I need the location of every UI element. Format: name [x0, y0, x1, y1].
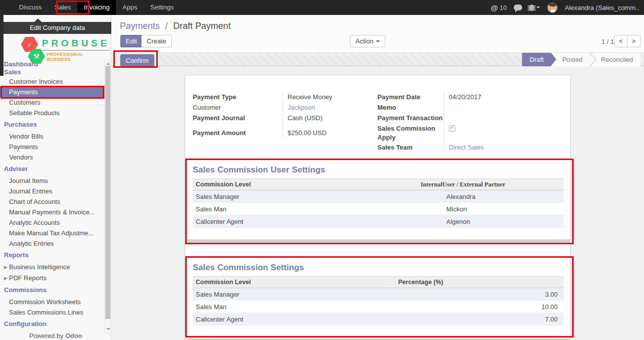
sidebar-item-vendor-bills[interactable]: Vendor Bills [0, 131, 104, 142]
scrollbar-thumb[interactable] [105, 66, 110, 319]
user-cell: Mickon [443, 203, 564, 215]
sidebar-item-vendor-payments[interactable]: Payments [0, 142, 104, 152]
mentions-counter[interactable]: @ 10 [491, 3, 507, 12]
sidebar-item-chart-of-accounts[interactable]: Chart of Accounts [0, 196, 104, 207]
commission-level-cell: Sales Man [193, 203, 443, 215]
sidebar-section-adviser[interactable]: Adviser [0, 165, 104, 173]
table-header-row: Commission Level Percentage (%) [193, 277, 564, 288]
breadcrumb-payments-link[interactable]: Payments [120, 21, 160, 31]
edit-company-tooltip: Edit Company data [3, 22, 111, 34]
navbar-menu: Discuss Sales Invoicing Apps Settings [0, 0, 180, 15]
table-row[interactable]: Sales Manager Alexandra [193, 190, 564, 203]
stage-reconciled[interactable]: Reconciled [590, 53, 641, 66]
user-cell: Alexandra [443, 190, 564, 203]
column-header-commission-level[interactable]: Commission Level [193, 277, 395, 288]
table-row[interactable]: Sales Man 10.00 [193, 301, 564, 313]
settings-table: Commission Level Percentage (%) Sales Ma… [193, 276, 564, 326]
table-row[interactable]: Sales Manager 3.00 [193, 288, 564, 301]
scroll-down-icon[interactable] [106, 328, 110, 332]
breadcrumb-separator: / [165, 21, 168, 31]
header-part: / External Partner [455, 181, 505, 188]
sidebar-item-analytic-entries[interactable]: Analytic Entries [0, 238, 104, 249]
odoo-brand-link[interactable]: Odoo [65, 332, 82, 340]
create-button[interactable]: Create [141, 35, 172, 47]
percentage-cell: 3.00 [395, 288, 564, 301]
payment-type-label: Payment Type [193, 92, 283, 102]
table-row[interactable]: Callcenter Agent Algenon [193, 215, 564, 228]
pager-previous-button[interactable]: < [614, 35, 628, 47]
table-row[interactable]: Sales Man Mickon [193, 203, 564, 215]
sidebar-section-configuration[interactable]: Configuration [0, 320, 104, 328]
sales-commission-apply-label: Sales CommissionApply [377, 123, 444, 142]
edit-button[interactable]: Edit [120, 35, 142, 47]
sidebar-scrollbar[interactable] [104, 59, 111, 334]
sidebar-section-dashboard[interactable]: Dashboard [0, 60, 104, 68]
sidebar-item-manual-payments[interactable]: Manual Payments & Invoice... [0, 207, 104, 217]
header-part: User [442, 181, 455, 188]
payment-date-value: 04/20/2017 [444, 92, 481, 102]
action-dropdown-button[interactable]: Action [350, 35, 385, 47]
percentage-cell: 10.00 [395, 301, 564, 313]
stage-posted[interactable]: Posted [551, 53, 590, 66]
sidebar-item-customer-invoices[interactable]: Customer Invoices [0, 76, 104, 87]
powered-by-text: Powered by [29, 332, 65, 340]
sales-team-link[interactable]: Direct Sales [444, 142, 484, 153]
sidebar-section-purchases[interactable]: Purchases [0, 121, 104, 129]
sidebar-item-label: PDF Reports [9, 274, 46, 282]
payment-amount-value: $250.00 USD [283, 128, 326, 138]
column-header-internal-user[interactable]: InternalUser / External Partner [443, 179, 564, 190]
logo-title: PROBUSE [42, 38, 110, 51]
debug-menu[interactable] [529, 4, 540, 11]
sidebar-item-sellable-products[interactable]: Sellable Products [0, 108, 104, 118]
commission-level-cell: Callcenter Agent [193, 313, 395, 326]
navbar-systray: @ 10 Alexandra (Sales_comm.. [491, 2, 644, 13]
sidebar-item-journal-items[interactable]: Journal Items [0, 175, 104, 186]
field-payment-journal: Payment Journal Cash (USD) [193, 113, 367, 123]
sidebar-item-commission-worksheets[interactable]: Commission Worksheets [0, 297, 104, 307]
sidebar-item-sales-commissions-lines[interactable]: Sales Commissions Lines [0, 307, 104, 318]
user-cell: Algenon [443, 215, 564, 228]
field-separator-line [444, 92, 444, 152]
powered-by: Powered by Odoo [0, 332, 111, 340]
sidebar-section-commissions[interactable]: Commissions [0, 286, 104, 294]
pager-next-button[interactable]: > [627, 35, 641, 47]
nav-item-apps[interactable]: Apps [116, 0, 144, 15]
field-payment-date: Payment Date 04/20/2017 [377, 92, 562, 102]
stage-draft[interactable]: Draft [522, 53, 551, 66]
nav-item-sales[interactable]: Sales [48, 0, 78, 15]
payment-journal-label: Payment Journal [193, 113, 283, 123]
nav-item-discuss[interactable]: Discuss [12, 0, 48, 15]
column-header-commission-level[interactable]: Commission Level [193, 179, 443, 190]
sidebar-item-analytic-accounts[interactable]: Analytic Accounts [0, 217, 104, 228]
sidebar-item-business-intelligence[interactable]: ▶Business Intelligence [0, 262, 104, 273]
sales-commission-apply-checkbox[interactable] [449, 125, 455, 132]
sidebar-item-vendors[interactable]: Vendors [0, 152, 104, 163]
messages-icon[interactable] [514, 4, 522, 10]
confirm-button[interactable]: Confirm [120, 54, 154, 67]
scroll-up-icon[interactable] [106, 61, 110, 65]
settings-title: Sales Commission Settings [193, 263, 304, 273]
sidebar: Edit Company data ⌕ ⚒ PROBUSE PROFESSION… [0, 15, 111, 340]
breadcrumb-current: Draft Payment [173, 21, 231, 31]
table-row[interactable]: Callcenter Agent 7.00 [193, 313, 564, 326]
column-header-percentage[interactable]: Percentage (%) [395, 277, 564, 288]
sidebar-item-customers[interactable]: Customers [0, 97, 104, 108]
nav-item-invoicing[interactable]: Invoicing [77, 0, 116, 15]
sidebar-item-payments[interactable]: Payments [0, 87, 104, 97]
sidebar-item-pdf-reports[interactable]: ▶PDF Reports [0, 273, 104, 284]
customer-link[interactable]: Jackpson [283, 102, 315, 113]
field-customer: Customer Jackpson [193, 102, 367, 113]
sidebar-section-reports[interactable]: Reports [0, 251, 104, 259]
user-avatar[interactable] [547, 2, 558, 13]
commission-level-cell: Sales Manager [193, 288, 395, 301]
sidebar-item-journal-entries[interactable]: Journal Entries [0, 186, 104, 196]
nav-item-settings[interactable]: Settings [144, 0, 180, 15]
user-settings-title: Sales Commission User Settings [193, 165, 325, 175]
field-payment-amount: Payment Amount $250.00 USD [193, 128, 367, 138]
user-menu[interactable]: Alexandra (Sales_comm.. [565, 4, 639, 11]
sidebar-item-tax-adjustments[interactable]: Make Manual Tax Adjustme... [0, 228, 104, 238]
sidebar-section-sales[interactable]: Sales [0, 68, 104, 76]
commission-level-cell: Sales Man [193, 301, 395, 313]
payment-journal-value: Cash (USD) [283, 113, 322, 123]
field-memo: Memo [377, 102, 562, 113]
